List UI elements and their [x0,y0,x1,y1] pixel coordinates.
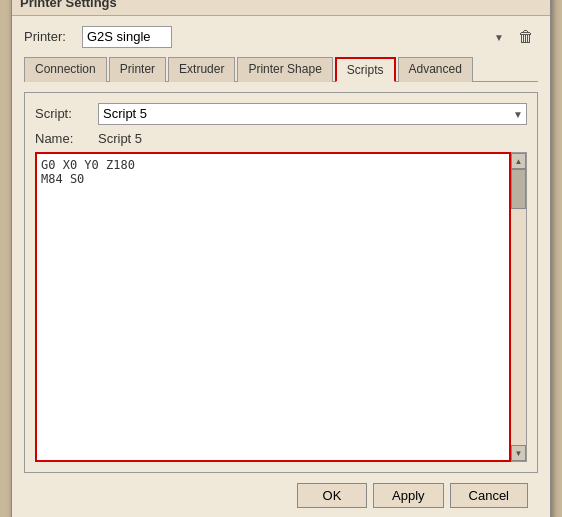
printer-select-wrapper: G2S single ▼ 🗑 [82,26,538,48]
printer-label: Printer: [24,29,74,44]
script-select[interactable]: Script 5 [98,103,527,125]
script-select-row: Script: Script 5 ▼ [35,103,527,125]
printer-select-container: G2S single ▼ [82,26,508,48]
scrollbar-thumb[interactable] [511,169,526,209]
window-body: Printer: G2S single ▼ 🗑 Connection Print… [12,16,550,518]
name-value: Script 5 [98,131,142,146]
printer-settings-window: Printer Settings Printer: G2S single ▼ 🗑… [11,0,551,517]
tab-scripts[interactable]: Scripts [335,57,396,82]
delete-printer-button[interactable]: 🗑 [514,26,538,48]
scripts-content: Script: Script 5 ▼ Name: Script 5 G0 X0 … [24,92,538,473]
scrollbar-track [511,169,526,445]
tab-advanced[interactable]: Advanced [398,57,473,82]
window-title: Printer Settings [20,0,117,10]
cancel-button[interactable]: Cancel [450,483,528,508]
tab-connection[interactable]: Connection [24,57,107,82]
tab-printer[interactable]: Printer [109,57,166,82]
apply-button[interactable]: Apply [373,483,444,508]
name-field-label: Name: [35,131,90,146]
trash-icon: 🗑 [518,28,534,45]
scrollbar: ▲ ▼ [511,152,527,462]
tab-extruder[interactable]: Extruder [168,57,235,82]
ok-button[interactable]: OK [297,483,367,508]
printer-row: Printer: G2S single ▼ 🗑 [24,26,538,48]
printer-select[interactable]: G2S single [82,26,172,48]
footer: OK Apply Cancel [24,473,538,516]
script-textarea[interactable]: G0 X0 Y0 Z180 M84 S0 [35,152,511,462]
name-row: Name: Script 5 [35,131,527,146]
script-editor-container: G0 X0 Y0 Z180 M84 S0 ▲ ▼ [35,152,527,462]
script-field-label: Script: [35,106,90,121]
tab-printer-shape[interactable]: Printer Shape [237,57,332,82]
script-select-container: Script 5 ▼ [98,103,527,125]
title-bar: Printer Settings [12,0,550,16]
tabs-bar: Connection Printer Extruder Printer Shap… [24,56,538,82]
scroll-up-button[interactable]: ▲ [511,153,526,169]
printer-select-arrow-icon: ▼ [494,31,504,42]
scroll-down-button[interactable]: ▼ [511,445,526,461]
